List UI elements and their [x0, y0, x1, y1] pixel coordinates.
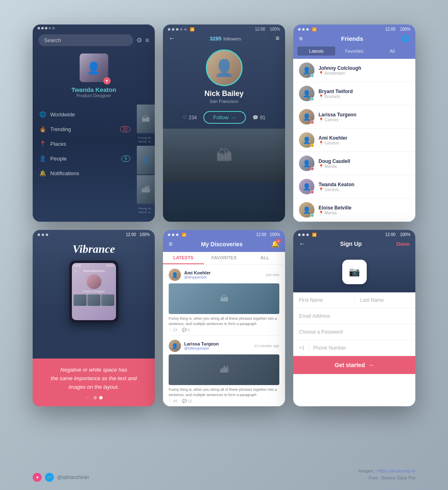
tab-latests[interactable]: Latests: [297, 47, 335, 56]
last-name-field[interactable]: Last Name: [354, 292, 415, 308]
comments-count: 💬 81: [252, 115, 265, 120]
profile-wrap-2: 👤 Nick Bailey San Francisco: [163, 45, 285, 106]
hamburger-icon-3[interactable]: ≡: [299, 35, 303, 42]
like-action-2[interactable]: ♡ 45: [169, 399, 177, 403]
tab-all-5[interactable]: ALL: [244, 252, 285, 264]
inner-edit-icon: ✎: [111, 269, 114, 273]
tagline-text: Negative or white space hasthe same impo…: [41, 366, 147, 391]
friend-info-2: Larissa Turgeon 📍 Cannes: [319, 112, 410, 122]
follow-button[interactable]: Follow →: [203, 111, 246, 124]
notif-badge-5: 2: [276, 238, 281, 243]
submit-button[interactable]: Get started →: [293, 356, 415, 374]
hamburger-icon-5[interactable]: ≡: [169, 241, 172, 248]
time-6: 12:00: [385, 232, 395, 237]
friend-info-6: Eloise Belville 📍 Manila: [319, 205, 410, 215]
nav-label-notifications: Notifications: [50, 170, 79, 176]
footer-images-credit: Images : https://stocksnap.io: [359, 468, 415, 475]
battery-6: 100%: [400, 232, 410, 237]
s3-d1: [298, 28, 301, 31]
friend-item-0[interactable]: 👤 Johnny Colclough 📍 Amsterdam: [293, 59, 415, 82]
status-right-2: 12:00 100%: [255, 27, 280, 31]
photo-button[interactable]: 📷: [342, 260, 367, 284]
friend-info-1: Bryant Twiford 📍 Brussels: [319, 89, 410, 99]
like-count-1: 23: [173, 328, 177, 332]
menu-icon[interactable]: ≡: [145, 37, 149, 44]
post-author-name-2: Larissa Turgeon: [184, 341, 219, 346]
footer-left: ✦ 🐦 @adrianchiran: [33, 473, 89, 482]
search-input[interactable]: Search: [38, 34, 133, 46]
nav-item-places[interactable]: 📍 Places: [33, 136, 137, 151]
tab-all[interactable]: All: [373, 47, 411, 56]
brand-name: Vibrance: [72, 243, 115, 256]
s4-d1: [38, 234, 40, 236]
signal-dot-3: [45, 27, 47, 29]
follow-arrow-icon: →: [231, 114, 236, 120]
wifi-icon-5: 📶: [182, 233, 186, 237]
dot-2[interactable]: [99, 396, 103, 399]
friend-avatar-2: 👤: [299, 109, 314, 125]
post-handle-1: @dropperidot: [184, 275, 211, 279]
battery-2: 100%: [270, 27, 280, 31]
status-left-3: 📶: [298, 27, 316, 31]
password-field[interactable]: Choose a Password: [293, 324, 415, 340]
nav-item-worldwide[interactable]: 🌐 Worldwide: [33, 107, 137, 122]
nav-list: 🌐 Worldwide 🔥 Trending 22 📍 Places 👤 Peo…: [33, 105, 137, 216]
nav-item-trending[interactable]: 🔥 Trending 22: [33, 122, 137, 136]
font-label: Font :: [369, 475, 380, 480]
discoveries-tabs: LATESTS FAVORITES ALL: [163, 252, 285, 265]
email-field[interactable]: Email Address: [293, 308, 415, 324]
inner-battery: 100%: [106, 264, 114, 267]
twitter-icon[interactable]: 🐦: [45, 473, 54, 482]
friend-name-3: Ami Koehler: [319, 135, 410, 141]
footer: ✦ 🐦 @adrianchiran Images : https://stock…: [0, 468, 448, 482]
status-bar-5: 📶 12:00 100%: [163, 230, 285, 238]
first-name-field[interactable]: First Name: [293, 292, 354, 308]
avatar: 👤: [80, 53, 108, 82]
back-button-2[interactable]: ←: [169, 35, 175, 42]
nav-item-notifications[interactable]: 🔔 Notifications: [33, 166, 137, 180]
back-button-6[interactable]: ←: [299, 240, 305, 247]
dribbble-icon[interactable]: ✦: [33, 473, 42, 482]
globe-icon-3[interactable]: 🌐: [401, 35, 410, 42]
comment-action-2[interactable]: 💬 12: [182, 399, 192, 403]
camera-icon: 📷: [349, 267, 360, 277]
tab-latests-5[interactable]: LATESTS: [163, 252, 204, 264]
inner-role: Product Designer: [82, 290, 105, 293]
avatar-ring: 👤: [206, 49, 243, 86]
notification-icon-5[interactable]: 🔔 2: [271, 240, 279, 248]
dot-1[interactable]: [94, 396, 97, 399]
likes-count: ♡ 234: [183, 115, 197, 120]
friend-item-3[interactable]: 👤 Ami Koehler 📍 Genève: [293, 129, 415, 152]
prev-arrow-icon[interactable]: ←: [85, 395, 89, 400]
font-name: Source Sans Pro: [381, 475, 415, 480]
images-url[interactable]: https://stocksnap.io: [377, 468, 415, 473]
friend-name-6: Eloise Belville: [319, 205, 410, 211]
done-button[interactable]: Done: [396, 241, 410, 247]
status-left-6: 📶: [298, 233, 316, 237]
topbar-6: ← Sign Up Done: [293, 238, 415, 252]
gear-icon[interactable]: ⚙: [136, 36, 142, 44]
inner-avatar: [87, 274, 101, 289]
friend-info-4: Doug Caudell 📍 Manila: [319, 158, 410, 169]
phone-field[interactable]: Phone Number: [313, 345, 410, 351]
tab-favorites-5[interactable]: FAVORITES: [204, 252, 245, 264]
status-bar-1: [33, 24, 155, 31]
comment-action-1[interactable]: 💬 5: [182, 328, 190, 332]
friend-item-1[interactable]: 👤 Bryant Twiford 📍 Brussels: [293, 82, 415, 105]
card-friends: 📶 12:00 100% ≡ Friends 🌐 Latests Favorit…: [293, 24, 415, 222]
friend-item-2[interactable]: 👤 Larissa Turgeon 📍 Cannes: [293, 105, 415, 129]
tab-favorites[interactable]: Favorites: [335, 47, 373, 56]
nav-item-people[interactable]: 👤 People 5: [33, 151, 137, 166]
country-code[interactable]: +1: [299, 345, 309, 351]
profile-image-area: 🏔: [163, 129, 285, 182]
post-header-1: 👤 Ami Koehler @dropperidot just now: [169, 269, 279, 281]
status-bar-6: 📶 12:00 100%: [293, 230, 415, 238]
card-sidebar-nav: Search ⚙ ≡ 👤 ♥ Twanda Keaton Product Des…: [33, 24, 155, 222]
nav-label-worldwide: Worldwide: [50, 111, 75, 118]
like-action-1[interactable]: ♡ 23: [169, 328, 177, 332]
friend-item-5[interactable]: 👤 Twanda Keaton 📍 Genève: [293, 175, 415, 198]
friend-item-6[interactable]: 👤 Eloise Belville 📍 Manila: [293, 198, 415, 222]
friend-item-4[interactable]: 👤 Doug Caudell 📍 Manila: [293, 152, 415, 175]
hamburger-icon-2[interactable]: ≡: [276, 35, 279, 42]
status-indicator-0: [310, 74, 314, 78]
